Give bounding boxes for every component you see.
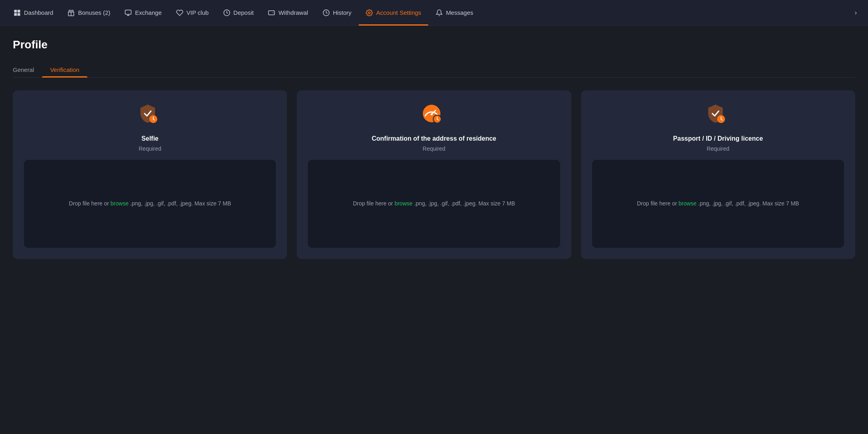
selfie-icon-wrapper <box>137 103 163 129</box>
address-icon <box>421 103 442 125</box>
passport-drop-text-before: Drop file here or <box>637 200 678 207</box>
card-address: Confirmation of the address of residence… <box>297 90 571 259</box>
page-title: Profile <box>13 38 855 51</box>
selfie-subtitle: Required <box>139 145 161 152</box>
dashboard-icon <box>14 9 21 16</box>
svg-rect-3 <box>18 13 20 16</box>
selfie-dropzone-text: Drop file here or browse .png, .jpg, .gi… <box>69 199 231 209</box>
wallet-icon <box>268 9 275 16</box>
navbar: Dashboard Bonuses (2) Exchange VIP club … <box>0 0 868 26</box>
tab-verification[interactable]: Verification <box>42 62 87 77</box>
svg-rect-1 <box>18 10 20 12</box>
tab-general[interactable]: General <box>13 62 42 77</box>
address-dropzone[interactable]: Drop file here or browse .png, .jpg, .gi… <box>308 160 560 248</box>
svg-point-9 <box>369 12 371 14</box>
svg-rect-0 <box>14 10 17 12</box>
nav-history[interactable]: History <box>315 0 359 26</box>
heart-icon <box>176 9 183 16</box>
passport-dropzone-text: Drop file here or browse .png, .jpg, .gi… <box>637 199 799 209</box>
nav-account-settings[interactable]: Account Settings <box>359 0 428 26</box>
nav-withdrawal-label: Withdrawal <box>278 9 308 16</box>
clock-icon <box>323 9 330 16</box>
nav-vip[interactable]: VIP club <box>169 0 216 26</box>
address-drop-text-before: Drop file here or <box>353 200 394 207</box>
nav-exchange[interactable]: Exchange <box>117 0 169 26</box>
bell-icon <box>436 9 443 16</box>
selfie-dropzone[interactable]: Drop file here or browse .png, .jpg, .gi… <box>24 160 276 248</box>
address-drop-text-after: .png, .jpg, .gif, .pdf, .jpeg. Max size … <box>412 200 515 207</box>
address-subtitle: Required <box>423 145 446 152</box>
nav-dashboard-label: Dashboard <box>24 9 53 16</box>
gift-icon <box>67 9 75 16</box>
address-icon-wrapper <box>421 103 447 129</box>
passport-icon <box>705 103 726 125</box>
selfie-drop-text-before: Drop file here or <box>69 200 111 207</box>
nav-messages[interactable]: Messages <box>428 0 480 26</box>
nav-messages-label: Messages <box>446 9 473 16</box>
tabs-bar: General Verification <box>13 62 855 78</box>
card-selfie: Selfie Required Drop file here or browse… <box>13 90 287 259</box>
svg-rect-5 <box>125 10 131 14</box>
nav-account-settings-label: Account Settings <box>376 9 421 16</box>
main-content: Profile General Verification <box>0 26 868 272</box>
selfie-icon <box>137 103 158 125</box>
nav-scroll-right[interactable]: › <box>850 0 862 26</box>
selfie-title: Selfie <box>141 135 159 142</box>
nav-history-label: History <box>333 9 352 16</box>
passport-browse-link[interactable]: browse <box>678 200 696 207</box>
gear-icon <box>366 9 373 16</box>
svg-rect-2 <box>14 13 17 16</box>
address-title: Confirmation of the address of residence <box>372 135 496 142</box>
nav-vip-label: VIP club <box>186 9 209 16</box>
address-dropzone-text: Drop file here or browse .png, .jpg, .gi… <box>353 199 515 209</box>
passport-title: Passport / ID / Driving licence <box>673 135 763 142</box>
address-browse-link[interactable]: browse <box>394 200 412 207</box>
selfie-browse-link[interactable]: browse <box>111 200 129 207</box>
nav-bonuses[interactable]: Bonuses (2) <box>60 0 117 26</box>
selfie-drop-text-after: .png, .jpg, .gif, .pdf, .jpeg. Max size … <box>129 200 231 207</box>
nav-exchange-label: Exchange <box>135 9 162 16</box>
chevron-right-icon: › <box>855 9 857 16</box>
coin-icon <box>223 9 230 16</box>
exchange-icon <box>125 9 132 16</box>
nav-deposit[interactable]: Deposit <box>216 0 261 26</box>
card-passport: Passport / ID / Driving licence Required… <box>581 90 855 259</box>
nav-withdrawal[interactable]: Withdrawal <box>261 0 315 26</box>
verification-cards: Selfie Required Drop file here or browse… <box>13 90 855 259</box>
nav-dashboard[interactable]: Dashboard <box>6 0 60 26</box>
passport-subtitle: Required <box>707 145 729 152</box>
passport-icon-wrapper <box>705 103 731 129</box>
svg-rect-7 <box>269 10 275 15</box>
nav-bonuses-label: Bonuses (2) <box>78 9 110 16</box>
svg-point-13 <box>430 113 432 115</box>
nav-deposit-label: Deposit <box>234 9 254 16</box>
passport-dropzone[interactable]: Drop file here or browse .png, .jpg, .gi… <box>592 160 844 248</box>
passport-drop-text-after: .png, .jpg, .gif, .pdf, .jpeg. Max size … <box>697 200 799 207</box>
